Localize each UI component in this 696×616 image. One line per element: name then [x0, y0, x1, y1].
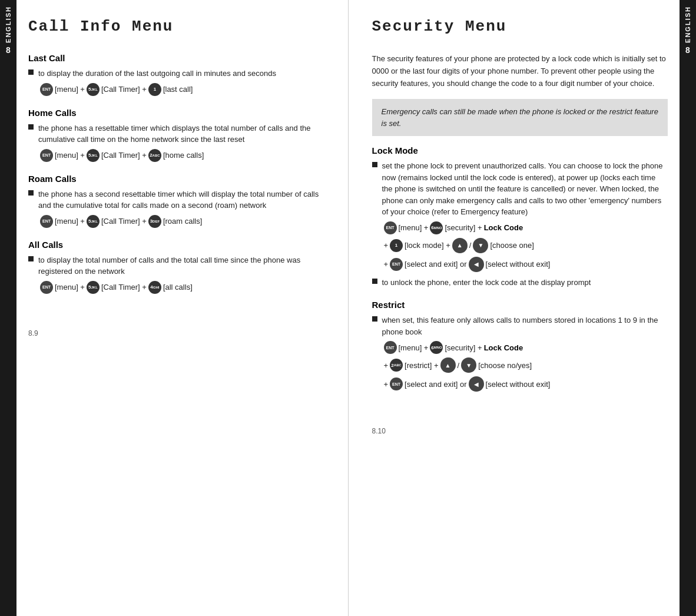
bullet-lock-mode-1: set the phone lock to prevent unauthoriz…: [372, 160, 668, 218]
5jkl-icon: 5JKL: [87, 215, 100, 228]
heading-lock-mode: Lock Mode: [372, 145, 668, 155]
bullet-square: [372, 162, 377, 167]
3def-icon: 3DEF: [148, 215, 161, 228]
nav-up-icon: ▲: [440, 357, 456, 373]
enter-icon: ENT: [40, 215, 53, 228]
bullet-text: set the phone lock to prevent unauthoriz…: [382, 160, 668, 218]
bullet-home-calls-1: the phone has a resettable timer which d…: [28, 122, 324, 145]
bullet-text: when set, this feature only allows calls…: [382, 314, 668, 337]
bullet-text: the phone has a second resettable timer …: [38, 188, 324, 211]
bullet-text: to display the total number of calls and…: [38, 254, 324, 277]
heading-home-calls: Home Calls: [28, 108, 324, 118]
cmd-last-call: ENT [menu] + 5JKL [Call Timer] + 1 [last…: [40, 83, 324, 96]
nav-down-icon: ▼: [473, 238, 488, 253]
cmd-lock-3: + ENT [select and exit] or ◀ [select wit…: [384, 257, 668, 272]
left-page-title: Call Info Menu: [28, 18, 324, 35]
bullet-square: [28, 190, 34, 196]
section-roam-calls: Roam Calls the phone has a second resett…: [28, 174, 324, 228]
left-column: Call Info Menu Last Call to display the …: [16, 0, 349, 616]
enter-icon: ENT: [390, 377, 403, 390]
heading-all-calls: All Calls: [28, 240, 324, 250]
1-icon: 1: [148, 83, 161, 96]
1-icon: 1: [390, 239, 403, 252]
bullet-last-call-1: to display the duration of the last outg…: [28, 68, 324, 80]
bullet-square: [28, 124, 34, 130]
bullet-square: [372, 279, 377, 284]
cmd-restrict-1: ENT [menu] + 6MNO [security] + Lock Code: [384, 341, 668, 354]
bullet-text: to display the duration of the last outg…: [38, 68, 276, 80]
cmd-roam-calls: ENT [menu] + 5JKL [Call Timer] + 3DEF [r…: [40, 215, 324, 228]
nav-down-icon: ▼: [461, 357, 476, 373]
6mno-icon: 6MNO: [430, 341, 443, 354]
bullet-all-calls-1: to display the total number of calls and…: [28, 254, 324, 277]
enter-icon: ENT: [40, 149, 53, 162]
left-side-tab: ENGLISH 8: [0, 0, 16, 616]
nav-exit-icon: ◀: [469, 376, 484, 392]
left-chapter-badge: 8: [6, 45, 11, 55]
bullet-square: [28, 256, 34, 261]
right-side-tab: ENGLISH 8: [680, 0, 696, 616]
right-chapter-badge: 8: [685, 45, 690, 55]
info-box: Emergency calls can still be made when t…: [372, 99, 668, 136]
page-number-right: 8.10: [372, 403, 668, 435]
bullet-text: to unlock the phone, enter the lock code…: [382, 277, 591, 289]
section-all-calls: All Calls to display the total number of…: [28, 240, 324, 294]
nav-exit-icon: ◀: [469, 257, 484, 272]
section-restrict: Restrict when set, this feature only all…: [372, 300, 668, 392]
security-intro: The security features of your phone are …: [372, 53, 668, 90]
nav-up-icon: ▲: [452, 238, 468, 253]
heading-restrict: Restrict: [372, 300, 668, 310]
bullet-text: the phone has a resettable timer which d…: [38, 122, 324, 145]
enter-icon: ENT: [390, 258, 403, 271]
page-number-left: 8.9: [28, 306, 324, 337]
cmd-home-calls: ENT [menu] + 5JKL [Call Timer] + 2ABC [h…: [40, 149, 324, 162]
bullet-lock-mode-2: to unlock the phone, enter the lock code…: [372, 277, 668, 289]
heading-last-call: Last Call: [28, 53, 324, 63]
right-english-label: ENGLISH: [684, 6, 691, 43]
2abc-icon: 2ABC: [148, 149, 161, 162]
2abc-icon: 2ABC: [390, 359, 403, 372]
5jkl-icon: 5JKL: [87, 83, 100, 96]
heading-roam-calls: Roam Calls: [28, 174, 324, 184]
bullet-square: [372, 316, 377, 322]
section-lock-mode: Lock Mode set the phone lock to prevent …: [372, 145, 668, 288]
bullet-roam-calls-1: the phone has a second resettable timer …: [28, 188, 324, 211]
enter-icon: ENT: [40, 83, 53, 96]
cmd-all-calls: ENT [menu] + 5JKL [Call Timer] + 4GHI [a…: [40, 281, 324, 294]
4ghi-icon: 4GHI: [148, 281, 161, 294]
6mno-icon: 6MNO: [430, 221, 443, 234]
cmd-lock-1: ENT [menu] + 6MNO [security] + Lock Code: [384, 221, 668, 234]
cmd-restrict-2: + 2ABC [restrict] + ▲ / ▼ [choose no/yes…: [384, 357, 668, 373]
left-english-label: ENGLISH: [5, 6, 12, 43]
bullet-square: [28, 69, 34, 75]
enter-icon: ENT: [384, 341, 397, 354]
section-home-calls: Home Calls the phone has a resettable ti…: [28, 108, 324, 162]
enter-icon: ENT: [40, 281, 53, 294]
enter-icon: ENT: [384, 221, 397, 234]
cmd-restrict-3: + ENT [select and exit] or ◀ [select wit…: [384, 376, 668, 392]
5jkl-icon: 5JKL: [87, 281, 100, 294]
right-page-title: Security Menu: [372, 18, 668, 35]
right-column: Security Menu The security features of y…: [349, 0, 680, 616]
5jkl-icon: 5JKL: [87, 149, 100, 162]
bullet-restrict-1: when set, this feature only allows calls…: [372, 314, 668, 337]
cmd-lock-2: + 1 [lock mode] + ▲ / ▼ [choose one]: [384, 238, 668, 253]
section-last-call: Last Call to display the duration of the…: [28, 53, 324, 96]
